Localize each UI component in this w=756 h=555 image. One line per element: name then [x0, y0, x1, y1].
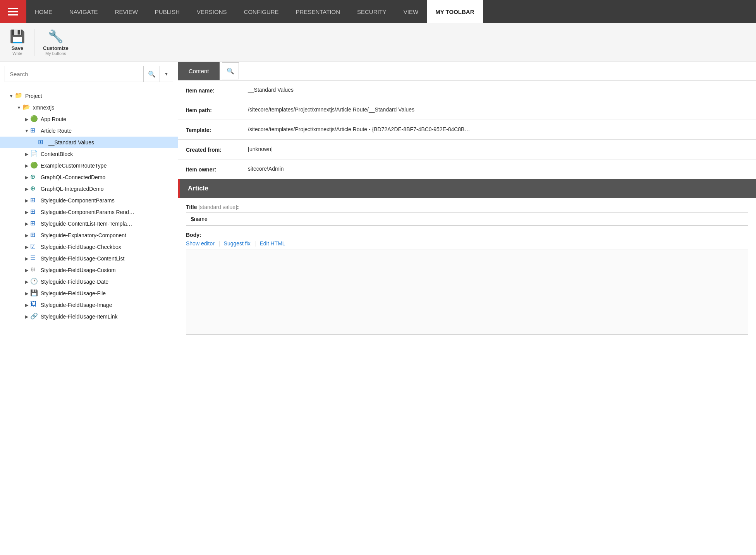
search-bar: 🔍 ▼ [0, 62, 178, 86]
tree-item-styleguidecontentlist2[interactable]: ▶ ☰ Styleguide-FieldUsage-ContentList [0, 253, 178, 264]
body-editor[interactable] [186, 250, 748, 335]
approute-icon: 🟢 [30, 115, 39, 123]
save-button[interactable]: 💾 Save Write [4, 27, 31, 58]
item-name-value: __Standard Values [248, 87, 748, 93]
tree-item-styleguideimage[interactable]: ▶ 🖼 Styleguide-FieldUsage-Image [0, 299, 178, 311]
show-editor-link[interactable]: Show editor [186, 240, 215, 247]
tree-item-styleguideexplanatory[interactable]: ▶ ⊞ Styleguide-Explanatory-Component [0, 230, 178, 241]
styleguideimage-icon: 🖼 [30, 301, 39, 309]
created-from-label: Created from: [186, 146, 248, 153]
tree-item-contentblock[interactable]: ▶ 📄 ContentBlock [0, 148, 178, 160]
nav-my-toolbar[interactable]: MY TOOLBAR [427, 0, 483, 23]
tree-item-articleroute[interactable]: ▼ ⊞ Article Route [0, 125, 178, 137]
tree-toggle-graphqlconnected[interactable]: ▶ [23, 174, 30, 181]
tree-label-standardvalues: __Standard Values [48, 139, 94, 146]
hamburger-line [8, 11, 18, 12]
tree-label-styleguidecomponentparamsrend: Styleguide-ComponentParams Rend… [41, 209, 134, 215]
tree-toggle-styleguideitemlink[interactable]: ▶ [23, 313, 30, 320]
examplecustom-icon: 🟢 [30, 161, 39, 170]
nav-configure[interactable]: CONFIGURE [235, 0, 287, 23]
customize-icon: 🔧 [48, 29, 64, 44]
tree-toggle-styleguidecustom[interactable]: ▶ [23, 267, 30, 274]
tree-label-styleguideitemlink: Styleguide-FieldUsage-ItemLink [41, 313, 117, 320]
field-template: Template: /sitecore/templates/Project/xm… [178, 120, 756, 140]
tab-content[interactable]: Content [178, 62, 220, 80]
tree-toggle-styleguideimage[interactable]: ▶ [23, 301, 30, 308]
tree-item-approute[interactable]: ▶ 🟢 App Route [0, 113, 178, 125]
tree-item-xmnextjs[interactable]: ▼ 📂 xmnextjs [0, 102, 178, 113]
tree-toggle-graphqlintegrated[interactable]: ▶ [23, 185, 30, 192]
item-owner-label: Item owner: [186, 166, 248, 173]
nav-versions[interactable]: VERSIONS [188, 0, 235, 23]
tree-label-styleguidecontentlist: Styleguide-ContentList-Item-Templa… [41, 221, 132, 227]
toolbar-divider [34, 29, 34, 56]
tree-toggle-examplecustom[interactable]: ▶ [23, 162, 30, 169]
nav-navigate[interactable]: NAVIGATE [61, 0, 107, 23]
nav-publish[interactable]: PUBLISH [146, 0, 188, 23]
tree-item-styleguidecustom[interactable]: ▶ ⚙ Styleguide-FieldUsage-Custom [0, 264, 178, 276]
tree-toggle-styleguidedate[interactable]: ▶ [23, 278, 30, 285]
tree-container[interactable]: ▼ 📁 Project ▼ 📂 xmnextjs ▶ 🟢 App Route ▼… [0, 86, 178, 555]
tree-toggle-approute[interactable]: ▶ [23, 116, 30, 123]
nav-presentation[interactable]: PRESENTATION [287, 0, 349, 23]
tree-label-graphqlintegrated: GraphQL-IntegratedDemo [41, 186, 104, 192]
search-dropdown-button[interactable]: ▼ [160, 66, 173, 82]
right-panel: Content 🔍 Item name: __Standard Values I… [178, 62, 756, 555]
tree-toggle-styleguideexplanatory[interactable]: ▶ [23, 232, 30, 239]
tree-item-styleguidecomponentparams[interactable]: ▶ ⊞ Styleguide-ComponentParams [0, 195, 178, 206]
standardvalues-icon: ⊞ [38, 138, 46, 147]
tree-label-approute: App Route [41, 116, 66, 122]
tree-item-styleguidefile[interactable]: ▶ 💾 Styleguide-FieldUsage-File [0, 288, 178, 299]
tree-item-examplecustom[interactable]: ▶ 🟢 ExampleCustomRouteType [0, 160, 178, 171]
tree-toggle-styleguidefile[interactable]: ▶ [23, 290, 30, 297]
title-field-input[interactable] [186, 212, 748, 226]
tree-item-project[interactable]: ▼ 📁 Project [0, 90, 178, 102]
search-input[interactable] [5, 66, 144, 82]
tree-label-articleroute: Article Route [41, 128, 72, 134]
tree-label-project: Project [25, 93, 42, 99]
edit-html-link[interactable]: Edit HTML [259, 240, 285, 247]
content-body: Item name: __Standard Values Item path: … [178, 81, 756, 555]
tree-label-styleguidecomponentparams: Styleguide-ComponentParams [41, 197, 115, 204]
article-section-header: Article [178, 179, 756, 198]
tree-item-styleguideitemlink[interactable]: ▶ 🔗 Styleguide-FieldUsage-ItemLink [0, 311, 178, 322]
search-icon: 🔍 [148, 70, 156, 78]
hamburger-line [8, 8, 18, 9]
nav-security[interactable]: SECURITY [349, 0, 395, 23]
standard-value-badge: [standard value] [198, 204, 237, 210]
item-path-label: Item path: [186, 106, 248, 113]
nav-view[interactable]: VIEW [395, 0, 427, 23]
tree-item-styleguidecomponentparamsrend[interactable]: ▶ ⊞ Styleguide-ComponentParams Rend… [0, 206, 178, 218]
styleguidecustom-icon: ⚙ [30, 266, 39, 274]
field-item-owner: Item owner: sitecore\Admin [178, 159, 756, 179]
hamburger-button[interactable] [0, 0, 26, 23]
nav-home[interactable]: HOME [26, 0, 61, 23]
search-submit-button[interactable]: 🔍 [144, 66, 160, 82]
tree-toggle-styleguidecontentlist[interactable]: ▶ [23, 220, 30, 227]
project-icon: 📁 [15, 92, 23, 100]
xmnextjs-icon: 📂 [22, 103, 31, 112]
tree-item-graphqlconnected[interactable]: ▶ ⊕ GraphQL-ConnectedDemo [0, 171, 178, 183]
tree-label-styleguidefile: Styleguide-FieldUsage-File [41, 290, 106, 296]
tree-item-standardvalues[interactable]: ▶ ⊞ __Standard Values [0, 137, 178, 148]
suggest-fix-link[interactable]: Suggest fix [224, 240, 251, 247]
tree-toggle-styleguidecheckbox[interactable]: ▶ [23, 243, 30, 250]
tree-toggle-contentblock[interactable]: ▶ [23, 151, 30, 158]
tree-toggle-project[interactable]: ▼ [8, 92, 15, 99]
content-search-button[interactable]: 🔍 [222, 62, 239, 79]
tree-toggle-xmnextjs[interactable]: ▼ [15, 104, 22, 111]
tree-item-graphqlintegrated[interactable]: ▶ ⊕ GraphQL-IntegratedDemo [0, 183, 178, 195]
tree-item-styleguidedate[interactable]: ▶ 🕐 Styleguide-FieldUsage-Date [0, 276, 178, 288]
tree-label-styleguidecustom: Styleguide-FieldUsage-Custom [41, 267, 116, 273]
nav-review[interactable]: REVIEW [107, 0, 146, 23]
customize-button[interactable]: 🔧 Customize My buttons [38, 27, 74, 58]
tree-toggle-styleguidecomponentparamsrend[interactable]: ▶ [23, 209, 30, 216]
tree-toggle-styleguidecontentlist2[interactable]: ▶ [23, 255, 30, 262]
styleguidecomponentparamsrend-icon: ⊞ [30, 208, 39, 216]
tree-toggle-styleguidecomponentparams[interactable]: ▶ [23, 197, 30, 204]
tree-item-styleguidecheckbox[interactable]: ▶ ☑ Styleguide-FieldUsage-Checkbox [0, 241, 178, 253]
tree-toggle-articleroute[interactable]: ▼ [23, 127, 30, 134]
save-label: Save [12, 45, 23, 51]
body-field-label: Body: [186, 232, 748, 238]
tree-item-styleguidecontentlist[interactable]: ▶ ⊞ Styleguide-ContentList-Item-Templa… [0, 218, 178, 230]
